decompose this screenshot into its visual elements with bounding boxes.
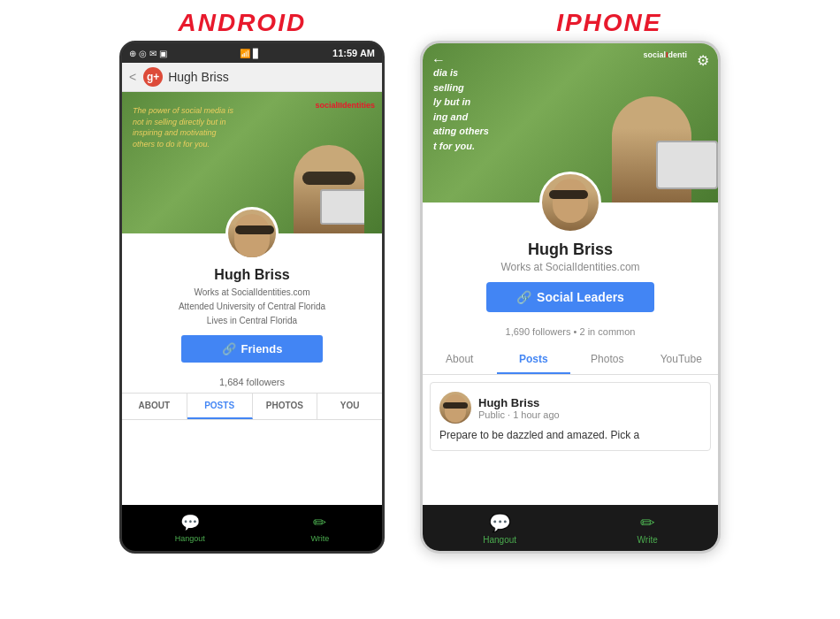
iphone-logo-i: I (666, 50, 668, 59)
android-title: ANDROID (178, 9, 306, 37)
android-content: The power of social media is not in sell… (122, 92, 382, 505)
iphone-avatar-face (553, 179, 588, 223)
iphone-followers-info: 1,690 followers • 2 in common (423, 326, 718, 337)
header-row: ANDROID IPHONE (0, 0, 840, 41)
cover-text-5: ating others (433, 124, 489, 139)
iphone-bottom-bar: 💬 Hangout ✏ Write (423, 505, 718, 551)
social-leaders-link-icon: 🔗 (516, 290, 531, 304)
iphone-tab-posts[interactable]: Posts (497, 346, 571, 374)
iphone-profile-works: Works at SocialIdentities.com (436, 261, 705, 273)
iphone-post-author: Hugh Briss (478, 396, 560, 409)
iphone-tab-about[interactable]: About (423, 346, 497, 374)
iphone-cover-logo: socialIdenti (643, 50, 687, 59)
iphone-cover-tablet (656, 141, 718, 189)
android-write-button[interactable]: ✏ Write (310, 513, 329, 543)
android-profile-avatar (225, 207, 279, 260)
iphone-hangout-label: Hangout (483, 535, 516, 545)
iphone-tab-photos[interactable]: Photos (570, 346, 645, 374)
iphone-hangout-button[interactable]: 💬 Hangout (483, 512, 516, 545)
android-right-status: 📶 ▊ (240, 49, 260, 58)
iphone-post-header: Hugh Briss Public · 1 hour ago (439, 392, 701, 424)
tab-you[interactable]: YOU (317, 394, 382, 419)
write-icon: ✏ (313, 513, 326, 532)
iphone-write-icon: ✏ (640, 512, 655, 533)
iphone-content: ← dia is selling ly but in ing and ating… (423, 43, 718, 505)
wifi-icon: ⊕ (129, 49, 136, 58)
iphone-post-card: Hugh Briss Public · 1 hour ago Prepare t… (430, 382, 711, 451)
iphone-profile-info: Hugh Briss Works at SocialIdentities.com… (423, 241, 718, 326)
social-leaders-button[interactable]: 🔗 Social Leaders (486, 282, 654, 312)
android-hangout-button[interactable]: 💬 Hangout (175, 513, 205, 543)
iphone-settings-icon[interactable]: ⚙ (697, 52, 709, 69)
tab-about[interactable]: ABOUT (122, 394, 187, 419)
android-profile-meta: Works at SocialIdentities.com Attended U… (131, 286, 373, 328)
iphone-post-text: Prepare to be dazzled and amazed. Pick a (439, 429, 701, 441)
hangout-icon: 💬 (180, 513, 200, 532)
cover-text-6: t for you. (433, 139, 489, 154)
iphone-write-label: Write (638, 535, 658, 545)
iphone-cover-text: dia is selling ly but in ing and ating o… (433, 65, 489, 153)
post-avatar-glasses (443, 402, 468, 409)
tab-posts[interactable]: POSTS (187, 394, 253, 419)
android-profile-name: Hugh Briss (131, 267, 373, 283)
iphone-post-time: Public · 1 hour ago (478, 409, 560, 420)
iphone-tab-youtube[interactable]: YouTube (645, 346, 719, 374)
iphone-post-avatar (439, 392, 471, 424)
iphone-profile-name: Hugh Briss (436, 241, 705, 259)
write-label: Write (310, 534, 329, 543)
message-icon: ✉ (149, 49, 157, 58)
android-cover-person (294, 145, 364, 233)
android-cover-quote: The power of social media is not in sell… (133, 105, 239, 149)
cover-tablet (320, 189, 364, 225)
signal-right-icon: ▊ (253, 49, 260, 58)
android-phone: ⊕ ◎ ✉ ▣ 📶 ▊ 11:59 AM < g+ Hugh Briss The… (119, 41, 385, 554)
android-nav-bar: < g+ Hugh Briss (122, 63, 382, 92)
android-status-icons: ⊕ ◎ ✉ ▣ (129, 49, 167, 58)
android-cover-logo: socialIIdentities (315, 101, 375, 110)
android-bottom-bar: 💬 Hangout ✏ Write (122, 505, 382, 551)
cover-text-1: dia is (433, 65, 489, 80)
android-tabs: ABOUT POSTS PHOTOS YOU (122, 393, 382, 420)
android-profile-info: Hugh Briss Works at SocialIdentities.com… (122, 267, 382, 377)
logo-prefix: social (315, 101, 338, 110)
android-followers-count: 1,684 followers (122, 377, 382, 387)
hangout-label: Hangout (175, 534, 205, 543)
android-attended: Attended University of Central Florida (131, 300, 373, 314)
friends-button-label: Friends (241, 342, 283, 355)
post-avatar-face (445, 394, 466, 423)
friends-button[interactable]: 🔗 Friends (181, 335, 323, 363)
iphone-post-author-block: Hugh Briss Public · 1 hour ago (478, 396, 560, 420)
iphone-avatar-glasses (549, 190, 588, 199)
logo-suffix: Identities (340, 101, 375, 110)
cover-text-3: ly but in (433, 95, 489, 110)
signal-icon: ◎ (139, 49, 147, 58)
wifi-right-icon: 📶 (240, 49, 250, 58)
friends-link-icon: 🔗 (222, 342, 236, 355)
iphone-profile-avatar (539, 172, 601, 233)
iphone-tabs: About Posts Photos YouTube (423, 346, 718, 375)
iphone-write-button[interactable]: ✏ Write (638, 512, 658, 545)
avatar-face (234, 214, 270, 258)
tab-photos[interactable]: PHOTOS (253, 394, 318, 419)
iphone-title: IPHONE (556, 9, 661, 37)
battery-icon: ▣ (159, 49, 167, 58)
iphone-phone: ← dia is selling ly but in ing and ating… (420, 41, 721, 554)
android-nav-name: Hugh Briss (168, 70, 228, 84)
nav-back-icon[interactable]: < (129, 70, 136, 84)
cover-glasses (302, 172, 355, 185)
android-time: 11:59 AM (332, 48, 375, 58)
gplus-icon[interactable]: g+ (143, 67, 163, 87)
android-lives: Lives in Central Florida (131, 314, 373, 328)
social-leaders-label: Social Leaders (537, 290, 624, 304)
phones-row: ⊕ ◎ ✉ ▣ 📶 ▊ 11:59 AM < g+ Hugh Briss The… (0, 41, 840, 619)
android-works: Works at SocialIdentities.com (131, 286, 373, 300)
cover-text-4: ing and (433, 110, 489, 125)
android-status-bar: ⊕ ◎ ✉ ▣ 📶 ▊ 11:59 AM (122, 43, 382, 63)
avatar-glasses (235, 225, 274, 234)
iphone-hangout-icon: 💬 (489, 512, 511, 533)
cover-text-2: selling (433, 80, 489, 96)
